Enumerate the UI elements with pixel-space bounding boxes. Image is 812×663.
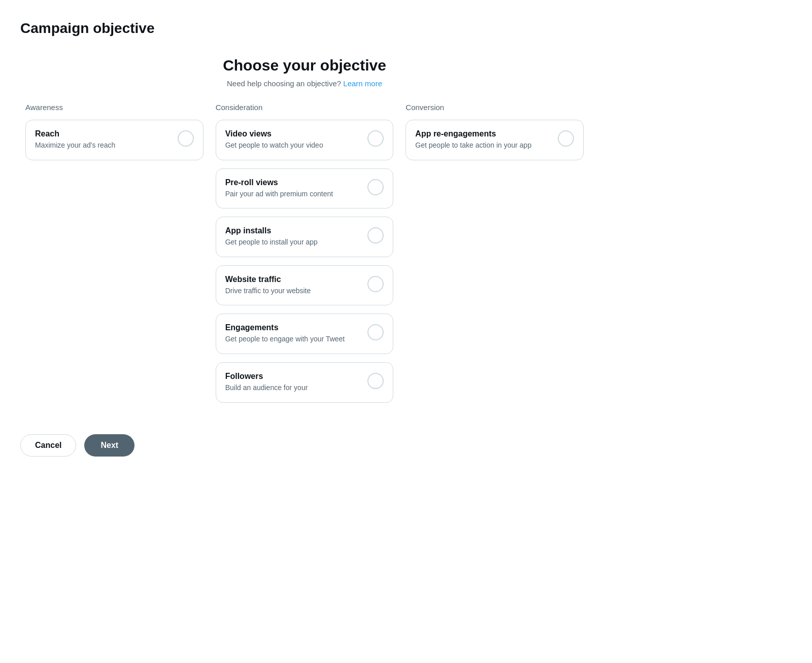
- video-views-option[interactable]: Video views Get people to watch your vid…: [216, 120, 394, 160]
- engagements-option[interactable]: Engagements Get people to engage with yo…: [216, 313, 394, 354]
- consideration-label: Consideration: [216, 103, 394, 112]
- engagements-title: Engagements: [225, 323, 362, 332]
- cancel-button[interactable]: Cancel: [20, 434, 76, 457]
- followers-radio[interactable]: [367, 373, 384, 389]
- conversion-label: Conversion: [405, 103, 584, 112]
- reach-radio[interactable]: [178, 130, 194, 147]
- app-installs-radio[interactable]: [367, 227, 384, 243]
- pre-roll-views-title: Pre-roll views: [225, 178, 362, 187]
- followers-content: Followers Build an audience for your: [225, 372, 368, 393]
- website-traffic-option[interactable]: Website traffic Drive traffic to your we…: [216, 265, 394, 306]
- followers-option[interactable]: Followers Build an audience for your: [216, 362, 394, 403]
- reach-option[interactable]: Reach Maximize your ad's reach: [25, 120, 204, 160]
- conversion-column: Conversion App re-engagements Get people…: [405, 103, 584, 166]
- learn-more-link[interactable]: Learn more: [343, 79, 382, 88]
- app-reengagements-desc: Get people to take action in your app: [415, 141, 552, 151]
- engagements-desc: Get people to engage with your Tweet: [225, 334, 362, 344]
- website-traffic-desc: Drive traffic to your website: [225, 286, 362, 296]
- pre-roll-views-option[interactable]: Pre-roll views Pair your ad with premium…: [216, 168, 394, 209]
- columns-container: Awareness Reach Maximize your ad's reach…: [25, 103, 584, 409]
- website-traffic-title: Website traffic: [225, 275, 362, 284]
- engagements-content: Engagements Get people to engage with yo…: [225, 323, 368, 344]
- app-reengagements-content: App re-engagements Get people to take ac…: [415, 129, 558, 151]
- video-views-title: Video views: [225, 129, 362, 138]
- footer-buttons: Cancel Next: [20, 434, 134, 457]
- app-installs-option[interactable]: App installs Get people to install your …: [216, 217, 394, 257]
- reach-title: Reach: [35, 129, 172, 138]
- reach-content: Reach Maximize your ad's reach: [35, 129, 178, 151]
- video-views-content: Video views Get people to watch your vid…: [225, 129, 368, 151]
- pre-roll-views-radio[interactable]: [367, 179, 384, 195]
- app-reengagements-option[interactable]: App re-engagements Get people to take ac…: [405, 120, 584, 160]
- video-views-desc: Get people to watch your video: [225, 141, 362, 151]
- website-traffic-content: Website traffic Drive traffic to your we…: [225, 275, 368, 296]
- help-text-label: Need help choosing an objective?: [227, 79, 341, 88]
- pre-roll-views-content: Pre-roll views Pair your ad with premium…: [225, 178, 368, 199]
- app-reengagements-title: App re-engagements: [415, 129, 552, 138]
- app-reengagements-radio[interactable]: [558, 130, 574, 147]
- website-traffic-radio[interactable]: [367, 276, 384, 292]
- engagements-radio[interactable]: [367, 324, 384, 340]
- page-title: Campaign objective: [20, 20, 589, 37]
- pre-roll-views-desc: Pair your ad with premium content: [225, 189, 362, 199]
- consideration-column: Consideration Video views Get people to …: [216, 103, 394, 409]
- app-installs-desc: Get people to install your app: [225, 237, 362, 248]
- next-button[interactable]: Next: [84, 434, 134, 457]
- reach-desc: Maximize your ad's reach: [35, 141, 172, 151]
- main-content: Choose your objective Need help choosing…: [20, 57, 589, 457]
- video-views-radio[interactable]: [367, 130, 384, 147]
- help-text: Need help choosing an objective? Learn m…: [227, 79, 382, 88]
- awareness-column: Awareness Reach Maximize your ad's reach: [25, 103, 204, 166]
- followers-desc: Build an audience for your: [225, 383, 362, 393]
- app-installs-title: App installs: [225, 226, 362, 235]
- choose-objective-title: Choose your objective: [223, 57, 386, 74]
- awareness-label: Awareness: [25, 103, 204, 112]
- app-installs-content: App installs Get people to install your …: [225, 226, 368, 248]
- followers-title: Followers: [225, 372, 362, 381]
